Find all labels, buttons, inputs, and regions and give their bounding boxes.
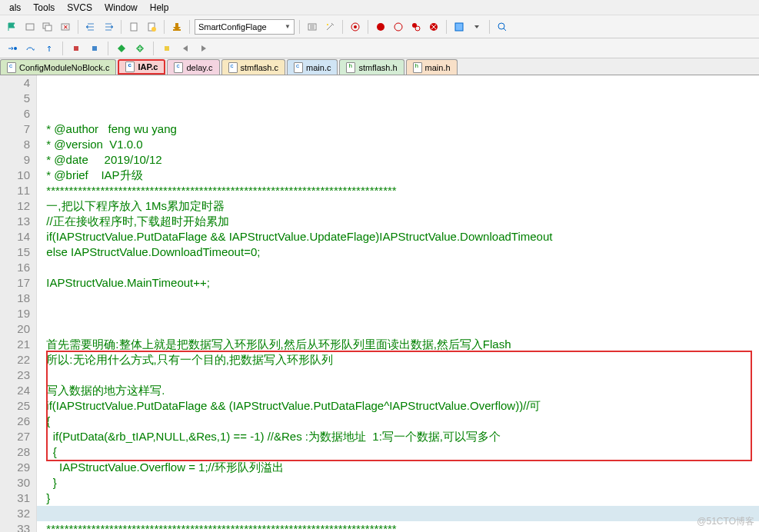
line-number: 32 xyxy=(0,506,30,521)
code-line[interactable]: * @author feng wu yang xyxy=(40,121,759,137)
step-icon[interactable] xyxy=(5,41,20,56)
breakpoint-all-icon[interactable] xyxy=(408,19,424,35)
editor-tab[interactable]: ConfigModuleNoBlock.c xyxy=(0,59,116,75)
code-line[interactable]: else IAPStructValue.DownloadTimeout=0; xyxy=(40,244,759,260)
toolbar-main: ✕ SmartConfigFlage ▼ xyxy=(0,15,759,38)
code-line[interactable]: * @brief IAP升级 xyxy=(40,168,759,183)
line-number: 23 xyxy=(0,367,30,383)
svg-point-9 xyxy=(327,24,328,25)
code-line[interactable]: if(PutData(&rb_tIAP,NULL,&Res,1) == -1) … xyxy=(40,429,759,444)
code-line[interactable]: * @version V1.0.0 xyxy=(40,137,759,152)
red-marker-icon[interactable] xyxy=(68,41,84,56)
separator xyxy=(164,20,165,34)
editor-tab[interactable]: main.h xyxy=(406,59,458,75)
line-number: 28 xyxy=(0,444,30,460)
line-number: 16 xyxy=(0,260,30,275)
options-icon[interactable] xyxy=(305,19,320,35)
editor-tab[interactable]: stmflash.h xyxy=(339,59,404,75)
code-line[interactable]: if(IAPStructValue.PutDataFlage && (IAPSt… xyxy=(40,398,759,414)
code-editor[interactable]: 4567891011121314151617181920212223242526… xyxy=(0,75,759,532)
wand-icon[interactable] xyxy=(322,19,338,35)
build-all-icon[interactable] xyxy=(40,19,55,35)
code-line[interactable]: } xyxy=(40,475,759,490)
code-line[interactable] xyxy=(40,306,759,321)
menu-item[interactable]: SVCS xyxy=(61,1,98,15)
separator xyxy=(342,20,343,34)
tab-label: IAP.c xyxy=(138,62,158,71)
dropdown-icon[interactable] xyxy=(469,19,484,35)
menu-item[interactable]: Window xyxy=(98,1,144,15)
line-number: 25 xyxy=(0,398,30,414)
toolbar-debug xyxy=(0,38,759,58)
flag-icon[interactable] xyxy=(5,19,20,35)
file-icon xyxy=(228,62,238,73)
menu-item[interactable]: Help xyxy=(144,1,175,15)
build-icon[interactable] xyxy=(22,19,38,35)
code-line[interactable]: 首先需要明确:整体上就是把数据写入环形队列,然后从环形队列里面读出数据,然后写入… xyxy=(40,337,759,352)
code-area[interactable]: * @author feng wu yang * @version V1.0.0… xyxy=(37,75,759,532)
code-line[interactable]: if(IAPStructValue.PutDataFlage && IAPStr… xyxy=(40,229,759,244)
code-line[interactable] xyxy=(40,367,759,383)
fwd-icon[interactable] xyxy=(196,41,211,56)
line-number: 13 xyxy=(0,214,30,229)
code-line[interactable]: 写入数据的地方这样写. xyxy=(40,383,759,398)
doc-config-icon[interactable] xyxy=(144,19,159,35)
code-line[interactable]: ****************************************… xyxy=(40,521,759,532)
code-line[interactable]: } xyxy=(40,490,759,506)
green-plus-icon[interactable] xyxy=(132,41,148,56)
svg-point-11 xyxy=(354,25,357,28)
step-out-icon[interactable] xyxy=(42,41,57,56)
window-icon[interactable] xyxy=(451,19,467,35)
breakpoint-kill-icon[interactable] xyxy=(426,19,441,35)
breakpoint-icon[interactable] xyxy=(373,19,388,35)
yellow-marker-icon[interactable] xyxy=(159,41,175,56)
code-line[interactable] xyxy=(40,260,759,275)
editor-tab[interactable]: IAP.c xyxy=(118,59,165,75)
svg-point-13 xyxy=(394,23,402,31)
debug-start-icon[interactable] xyxy=(348,19,363,35)
code-line[interactable]: 所以:无论用什么方式,只有一个目的,把数据写入环形队列 xyxy=(40,352,759,367)
breakpoint-disable-icon[interactable] xyxy=(391,19,406,35)
blue-marker-icon[interactable] xyxy=(87,41,102,56)
indent-left-icon[interactable] xyxy=(83,19,98,35)
line-number: 18 xyxy=(0,291,30,306)
line-number: 14 xyxy=(0,229,30,244)
separator xyxy=(108,42,108,55)
tab-label: main.h xyxy=(425,63,451,72)
line-number: 30 xyxy=(0,475,30,490)
svg-rect-22 xyxy=(165,46,169,51)
line-number: 19 xyxy=(0,306,30,321)
file-icon xyxy=(174,62,183,73)
indent-right-icon[interactable] xyxy=(101,19,116,35)
editor-tab[interactable]: delay.c xyxy=(167,59,219,75)
editor-tab[interactable]: main.c xyxy=(287,59,338,75)
target-combo[interactable]: SmartConfigFlage ▼ xyxy=(195,19,295,35)
code-line[interactable]: { xyxy=(40,414,759,429)
code-line[interactable]: 一,把以下程序放入 1Ms累加定时器 xyxy=(40,198,759,214)
code-line[interactable] xyxy=(40,291,759,306)
line-number: 27 xyxy=(0,429,30,444)
rebuild-icon[interactable]: ✕ xyxy=(58,19,73,35)
code-line[interactable]: IAPStructValue.Overflow = 1;//环形队列溢出 xyxy=(40,460,759,475)
code-line[interactable]: ****************************************… xyxy=(40,183,759,198)
step-over-icon[interactable] xyxy=(23,41,38,56)
code-line[interactable] xyxy=(40,321,759,337)
back-icon[interactable] xyxy=(178,41,193,56)
doc-icon[interactable] xyxy=(126,19,141,35)
code-line[interactable]: IAPStructValue.MainTimeout++; xyxy=(40,275,759,291)
code-line[interactable]: * @date 2019/10/12 xyxy=(40,152,759,168)
menu-item[interactable]: als xyxy=(3,1,27,15)
load-icon[interactable] xyxy=(169,19,185,35)
code-line[interactable]: { xyxy=(40,444,759,460)
menu-item[interactable]: Tools xyxy=(27,1,61,15)
search-project-icon[interactable] xyxy=(494,19,510,35)
green-diamond-icon[interactable] xyxy=(114,41,129,56)
code-line[interactable]: //正在接收程序时,下载超时开始累加 xyxy=(40,214,759,229)
editor-tab[interactable]: stmflash.c xyxy=(221,59,286,75)
svg-rect-2 xyxy=(45,25,52,31)
tab-label: stmflash.h xyxy=(358,63,397,72)
svg-rect-5 xyxy=(131,23,137,31)
tab-label: delay.c xyxy=(186,63,212,72)
code-line[interactable] xyxy=(40,506,759,521)
file-icon xyxy=(125,62,135,72)
